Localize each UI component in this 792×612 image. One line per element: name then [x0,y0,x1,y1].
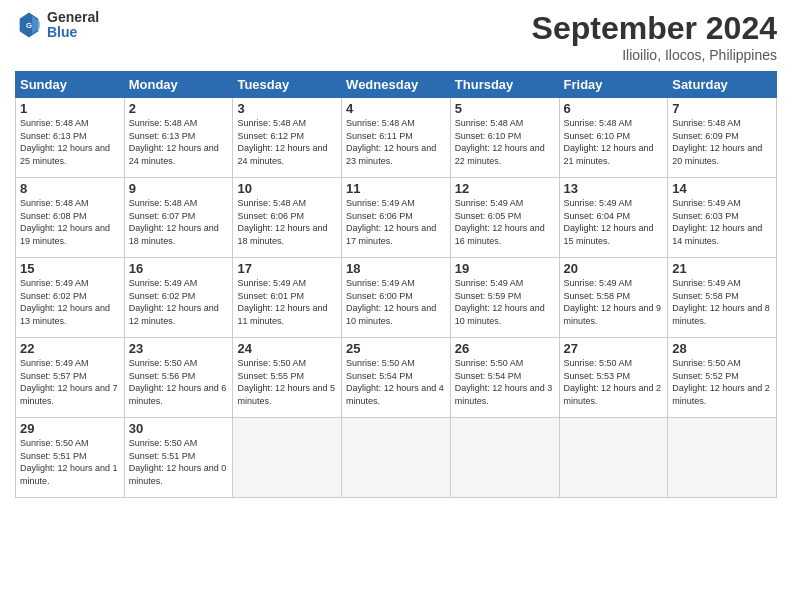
table-row [668,418,777,498]
month-title: September 2024 [532,10,777,47]
calendar-header-row: Sunday Monday Tuesday Wednesday Thursday… [16,72,777,98]
calendar-table: Sunday Monday Tuesday Wednesday Thursday… [15,71,777,498]
day-info: Sunrise: 5:48 AMSunset: 6:13 PMDaylight:… [129,117,229,167]
day-number: 3 [237,101,337,116]
logo-blue-text: Blue [47,25,99,40]
title-block: September 2024 Ilioilio, Ilocos, Philipp… [532,10,777,63]
col-tuesday: Tuesday [233,72,342,98]
table-row: 7Sunrise: 5:48 AMSunset: 6:09 PMDaylight… [668,98,777,178]
day-info: Sunrise: 5:49 AMSunset: 6:05 PMDaylight:… [455,197,555,247]
day-info: Sunrise: 5:50 AMSunset: 5:53 PMDaylight:… [564,357,664,407]
day-info: Sunrise: 5:50 AMSunset: 5:51 PMDaylight:… [20,437,120,487]
day-info: Sunrise: 5:48 AMSunset: 6:06 PMDaylight:… [237,197,337,247]
table-row: 12Sunrise: 5:49 AMSunset: 6:05 PMDayligh… [450,178,559,258]
day-number: 27 [564,341,664,356]
col-wednesday: Wednesday [342,72,451,98]
calendar-week-2: 8Sunrise: 5:48 AMSunset: 6:08 PMDaylight… [16,178,777,258]
day-number: 30 [129,421,229,436]
day-info: Sunrise: 5:49 AMSunset: 5:58 PMDaylight:… [564,277,664,327]
day-number: 5 [455,101,555,116]
day-number: 11 [346,181,446,196]
col-saturday: Saturday [668,72,777,98]
day-info: Sunrise: 5:49 AMSunset: 6:03 PMDaylight:… [672,197,772,247]
day-number: 4 [346,101,446,116]
day-info: Sunrise: 5:49 AMSunset: 5:58 PMDaylight:… [672,277,772,327]
day-number: 25 [346,341,446,356]
day-info: Sunrise: 5:50 AMSunset: 5:54 PMDaylight:… [346,357,446,407]
day-info: Sunrise: 5:49 AMSunset: 6:04 PMDaylight:… [564,197,664,247]
day-info: Sunrise: 5:49 AMSunset: 5:59 PMDaylight:… [455,277,555,327]
day-number: 26 [455,341,555,356]
day-info: Sunrise: 5:50 AMSunset: 5:52 PMDaylight:… [672,357,772,407]
day-number: 1 [20,101,120,116]
table-row: 23Sunrise: 5:50 AMSunset: 5:56 PMDayligh… [124,338,233,418]
day-info: Sunrise: 5:50 AMSunset: 5:56 PMDaylight:… [129,357,229,407]
table-row: 1Sunrise: 5:48 AMSunset: 6:13 PMDaylight… [16,98,125,178]
table-row: 11Sunrise: 5:49 AMSunset: 6:06 PMDayligh… [342,178,451,258]
table-row [559,418,668,498]
day-info: Sunrise: 5:49 AMSunset: 6:02 PMDaylight:… [20,277,120,327]
col-sunday: Sunday [16,72,125,98]
table-row: 5Sunrise: 5:48 AMSunset: 6:10 PMDaylight… [450,98,559,178]
col-friday: Friday [559,72,668,98]
day-number: 15 [20,261,120,276]
day-number: 10 [237,181,337,196]
table-row: 27Sunrise: 5:50 AMSunset: 5:53 PMDayligh… [559,338,668,418]
day-number: 29 [20,421,120,436]
table-row: 25Sunrise: 5:50 AMSunset: 5:54 PMDayligh… [342,338,451,418]
day-info: Sunrise: 5:48 AMSunset: 6:10 PMDaylight:… [564,117,664,167]
table-row: 24Sunrise: 5:50 AMSunset: 5:55 PMDayligh… [233,338,342,418]
day-number: 9 [129,181,229,196]
day-info: Sunrise: 5:49 AMSunset: 6:00 PMDaylight:… [346,277,446,327]
day-number: 24 [237,341,337,356]
calendar-week-4: 22Sunrise: 5:49 AMSunset: 5:57 PMDayligh… [16,338,777,418]
table-row [450,418,559,498]
day-info: Sunrise: 5:50 AMSunset: 5:51 PMDaylight:… [129,437,229,487]
day-info: Sunrise: 5:48 AMSunset: 6:13 PMDaylight:… [20,117,120,167]
calendar-week-1: 1Sunrise: 5:48 AMSunset: 6:13 PMDaylight… [16,98,777,178]
table-row: 29Sunrise: 5:50 AMSunset: 5:51 PMDayligh… [16,418,125,498]
table-row: 26Sunrise: 5:50 AMSunset: 5:54 PMDayligh… [450,338,559,418]
calendar-week-5: 29Sunrise: 5:50 AMSunset: 5:51 PMDayligh… [16,418,777,498]
day-info: Sunrise: 5:48 AMSunset: 6:10 PMDaylight:… [455,117,555,167]
table-row [233,418,342,498]
day-number: 19 [455,261,555,276]
day-number: 16 [129,261,229,276]
table-row: 28Sunrise: 5:50 AMSunset: 5:52 PMDayligh… [668,338,777,418]
location-subtitle: Ilioilio, Ilocos, Philippines [532,47,777,63]
table-row: 19Sunrise: 5:49 AMSunset: 5:59 PMDayligh… [450,258,559,338]
day-number: 18 [346,261,446,276]
table-row: 18Sunrise: 5:49 AMSunset: 6:00 PMDayligh… [342,258,451,338]
table-row: 14Sunrise: 5:49 AMSunset: 6:03 PMDayligh… [668,178,777,258]
day-info: Sunrise: 5:49 AMSunset: 6:06 PMDaylight:… [346,197,446,247]
table-row: 30Sunrise: 5:50 AMSunset: 5:51 PMDayligh… [124,418,233,498]
day-info: Sunrise: 5:50 AMSunset: 5:54 PMDaylight:… [455,357,555,407]
table-row: 4Sunrise: 5:48 AMSunset: 6:11 PMDaylight… [342,98,451,178]
table-row: 3Sunrise: 5:48 AMSunset: 6:12 PMDaylight… [233,98,342,178]
day-number: 23 [129,341,229,356]
col-monday: Monday [124,72,233,98]
day-number: 17 [237,261,337,276]
day-number: 6 [564,101,664,116]
page-container: G General Blue September 2024 Ilioilio, … [0,0,792,508]
table-row: 15Sunrise: 5:49 AMSunset: 6:02 PMDayligh… [16,258,125,338]
table-row: 21Sunrise: 5:49 AMSunset: 5:58 PMDayligh… [668,258,777,338]
day-number: 7 [672,101,772,116]
logo-general-text: General [47,10,99,25]
day-info: Sunrise: 5:50 AMSunset: 5:55 PMDaylight:… [237,357,337,407]
day-number: 2 [129,101,229,116]
logo-icon: G [15,11,43,39]
calendar-week-3: 15Sunrise: 5:49 AMSunset: 6:02 PMDayligh… [16,258,777,338]
table-row: 13Sunrise: 5:49 AMSunset: 6:04 PMDayligh… [559,178,668,258]
header: G General Blue September 2024 Ilioilio, … [15,10,777,63]
day-info: Sunrise: 5:49 AMSunset: 5:57 PMDaylight:… [20,357,120,407]
day-info: Sunrise: 5:48 AMSunset: 6:11 PMDaylight:… [346,117,446,167]
day-number: 12 [455,181,555,196]
table-row: 17Sunrise: 5:49 AMSunset: 6:01 PMDayligh… [233,258,342,338]
day-number: 14 [672,181,772,196]
table-row: 8Sunrise: 5:48 AMSunset: 6:08 PMDaylight… [16,178,125,258]
table-row: 20Sunrise: 5:49 AMSunset: 5:58 PMDayligh… [559,258,668,338]
table-row: 6Sunrise: 5:48 AMSunset: 6:10 PMDaylight… [559,98,668,178]
table-row: 2Sunrise: 5:48 AMSunset: 6:13 PMDaylight… [124,98,233,178]
day-info: Sunrise: 5:49 AMSunset: 6:01 PMDaylight:… [237,277,337,327]
